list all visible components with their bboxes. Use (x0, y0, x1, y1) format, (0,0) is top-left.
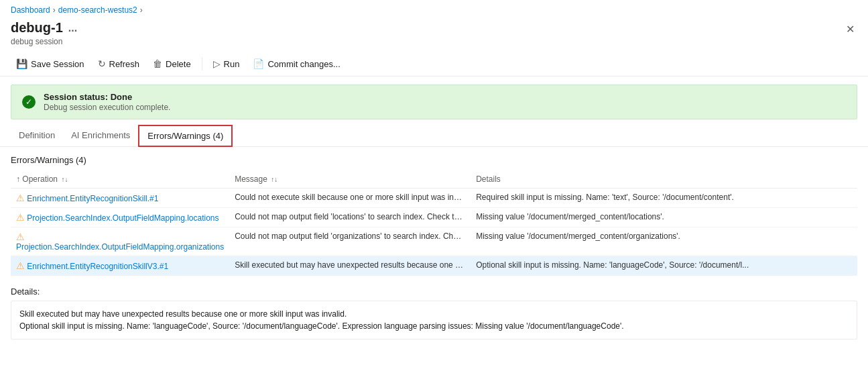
toolbar-divider (202, 57, 202, 70)
cell-details: Missing value '/document/merged_content/… (471, 208, 857, 227)
save-icon: 💾 (16, 58, 27, 69)
col-header-operation: ↑ Operation ↑↓ (11, 170, 229, 189)
title-menu-button[interactable]: ... (68, 22, 77, 34)
cell-operation: ⚠ Enrichment.EntityRecognitionSkillV3.#1 (11, 256, 229, 276)
commit-changes-button[interactable]: 📄 Commit changes... (247, 56, 345, 72)
tab-errors-warnings[interactable]: Errors/Warnings (4) (138, 125, 233, 147)
breadcrumb-sep1: › (53, 5, 56, 15)
table-row[interactable]: ⚠ Projection.SearchIndex.OutputFieldMapp… (11, 208, 857, 227)
save-session-button[interactable]: 💾 Save Session (11, 56, 90, 72)
run-label: Run (224, 59, 240, 69)
main-content: Errors/Warnings (4) ↑ Operation ↑↓ Messa… (0, 147, 868, 348)
cell-message: Could not map output field 'organization… (229, 227, 471, 256)
cell-details: Missing value '/document/merged_content/… (471, 227, 857, 256)
delete-label: Delete (166, 59, 191, 69)
errors-section-title: Errors/Warnings (4) (11, 155, 857, 165)
warning-icon: ⚠ (16, 212, 25, 223)
cell-details: Optional skill input is missing. Name: '… (471, 256, 857, 276)
page-title-area: debug-1 ... debug session (11, 20, 77, 46)
details-section: Details: Skill executed but may have une… (11, 286, 857, 340)
details-box: Skill executed but may have unexpected r… (11, 301, 857, 340)
table-row[interactable]: ⚠ Projection.SearchIndex.OutputFieldMapp… (11, 227, 857, 256)
warning-icon: ⚠ (16, 260, 25, 271)
table-row[interactable]: ⚠ Enrichment.EntityRecognitionSkillV3.#1… (11, 256, 857, 276)
operation-link[interactable]: Enrichment.EntityRecognitionSkill.#1 (27, 194, 158, 203)
save-label: Save Session (31, 59, 84, 69)
status-title: Session status: Done (44, 92, 170, 102)
run-button[interactable]: ▷ Run (208, 56, 245, 72)
delete-icon: 🗑 (153, 58, 162, 69)
refresh-button[interactable]: ↻ Refresh (92, 56, 145, 72)
page-subtitle: debug session (11, 37, 77, 46)
breadcrumb-service[interactable]: demo-search-westus2 (58, 5, 137, 15)
table-row[interactable]: ⚠ Enrichment.EntityRecognitionSkill.#1 C… (11, 189, 857, 208)
status-icon: ✓ (22, 95, 36, 109)
cell-message: Could not execute skill because one or m… (229, 189, 471, 208)
breadcrumb-sep2: › (140, 5, 143, 15)
cell-operation: ⚠ Projection.SearchIndex.OutputFieldMapp… (11, 208, 229, 227)
cell-operation: ⚠ Projection.SearchIndex.OutputFieldMapp… (11, 227, 229, 256)
details-label: Details: (11, 286, 857, 297)
tab-definition[interactable]: Definition (11, 125, 63, 147)
delete-button[interactable]: 🗑 Delete (147, 56, 196, 72)
breadcrumb: Dashboard › demo-search-westus2 › (0, 0, 868, 17)
operation-link[interactable]: Enrichment.EntityRecognitionSkillV3.#1 (27, 262, 168, 271)
cell-operation: ⚠ Enrichment.EntityRecognitionSkill.#1 (11, 189, 229, 208)
details-line2: Optional skill input is missing. Name: '… (19, 320, 849, 332)
commit-label: Commit changes... (267, 59, 340, 69)
sort-msg-icon: ↑↓ (271, 176, 277, 183)
commit-icon: 📄 (253, 58, 264, 69)
title-text: debug-1 (11, 20, 63, 36)
status-description: Debug session execution complete. (44, 103, 170, 112)
sort-op-icon: ↑↓ (61, 176, 68, 183)
operation-link[interactable]: Projection.SearchIndex.OutputFieldMappin… (27, 213, 219, 223)
errors-table: ↑ Operation ↑↓ Message ↑↓ Details ⚠ Enri… (11, 170, 857, 276)
refresh-icon: ↻ (98, 58, 106, 69)
col-header-message: Message ↑↓ (229, 170, 471, 189)
warning-icon: ⚠ (16, 193, 25, 203)
breadcrumb-dashboard[interactable]: Dashboard (11, 5, 50, 15)
cell-details: Required skill input is missing. Name: '… (471, 189, 857, 208)
operation-link[interactable]: Projection.SearchIndex.OutputFieldMappin… (16, 242, 224, 252)
status-banner: ✓ Session status: Done Debug session exe… (11, 85, 857, 119)
toolbar: 💾 Save Session ↻ Refresh 🗑 Delete ▷ Run … (0, 52, 868, 76)
refresh-label: Refresh (109, 59, 140, 69)
tab-ai-enrichments[interactable]: AI Enrichments (63, 125, 138, 147)
page-header: debug-1 ... debug session ✕ (0, 17, 868, 52)
status-text: Session status: Done Debug session execu… (44, 92, 170, 112)
cell-message: Could not map output field 'locations' t… (229, 208, 471, 227)
details-line1: Skill executed but may have unexpected r… (19, 308, 849, 320)
close-button[interactable]: ✕ (843, 20, 857, 38)
run-icon: ▷ (213, 58, 221, 69)
page-title: debug-1 ... (11, 20, 77, 36)
col-header-details: Details (471, 170, 857, 189)
table-header-row: ↑ Operation ↑↓ Message ↑↓ Details (11, 170, 857, 189)
cell-message: Skill executed but may have unexpected r… (229, 256, 471, 276)
tabs: Definition AI Enrichments Errors/Warning… (0, 125, 868, 147)
warning-icon: ⚠ (16, 231, 25, 242)
